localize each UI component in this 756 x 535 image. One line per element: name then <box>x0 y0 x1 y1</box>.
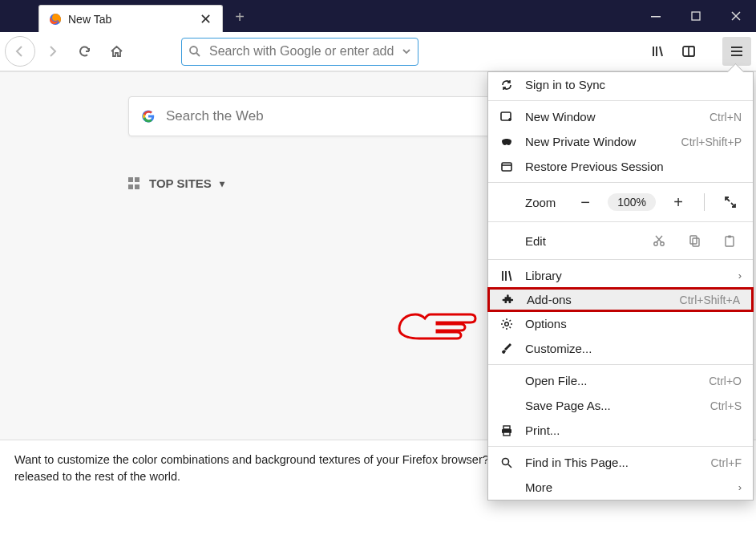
menu-restore-session[interactable]: Restore Previous Session <box>488 154 753 179</box>
paste-button[interactable] <box>718 229 742 253</box>
library-icon <box>499 270 514 282</box>
cut-button[interactable] <box>647 229 671 253</box>
svg-rect-11 <box>693 238 699 246</box>
url-input[interactable] <box>209 44 394 59</box>
tab-label: New Tab <box>68 13 192 26</box>
mask-icon <box>499 136 514 148</box>
svg-point-14 <box>505 322 509 326</box>
menu-library[interactable]: Library › <box>488 263 753 288</box>
menu-label: Save Page As... <box>525 399 699 412</box>
edit-label: Edit <box>525 234 636 248</box>
menu-label: Customize... <box>525 342 742 355</box>
svg-rect-17 <box>503 432 510 436</box>
svg-rect-1 <box>651 16 661 18</box>
zoom-in-button[interactable]: + <box>667 191 689 213</box>
menu-accel: Ctrl+Shift+P <box>681 136 742 148</box>
svg-rect-2 <box>692 12 700 20</box>
zoom-value: 100% <box>608 193 656 211</box>
menu-accel: Ctrl+S <box>710 399 742 412</box>
menu-label: New Private Window <box>525 135 670 148</box>
search-icon <box>188 45 201 58</box>
firefox-icon <box>49 13 62 26</box>
svg-rect-13 <box>728 236 731 238</box>
chevron-right-icon: › <box>738 270 742 282</box>
app-menu: Sign in to Sync New Window Ctrl+N New Pr… <box>487 71 754 501</box>
forward-button[interactable] <box>37 36 67 67</box>
menu-label: More <box>525 480 727 494</box>
back-button[interactable] <box>5 36 35 67</box>
url-bar[interactable] <box>181 38 418 66</box>
browser-tab[interactable]: New Tab ✕ <box>38 5 223 32</box>
puzzle-icon <box>501 294 515 306</box>
window-icon <box>499 111 514 124</box>
gear-icon <box>499 318 514 330</box>
menu-label: New Window <box>525 110 698 124</box>
pointer-annotation <box>395 297 483 345</box>
menu-more[interactable]: More › <box>488 475 753 500</box>
window-controls <box>636 0 756 32</box>
menu-label: Library <box>525 269 727 282</box>
svg-point-3 <box>190 47 197 54</box>
top-sites-label: TOP SITES <box>149 176 212 190</box>
sync-icon <box>499 79 514 91</box>
menu-label: Print... <box>525 424 742 437</box>
menu-find[interactable]: Find in This Page... Ctrl+F <box>488 450 753 475</box>
new-tab-button[interactable]: + <box>228 5 252 29</box>
svg-rect-7 <box>502 163 511 171</box>
menu-addons[interactable]: Add-ons Ctrl+Shift+A <box>487 287 754 312</box>
menu-open-file[interactable]: Open File... Ctrl+O <box>488 368 753 393</box>
copy-button[interactable] <box>682 229 706 253</box>
menu-label: Find in This Page... <box>525 456 700 469</box>
menu-options[interactable]: Options <box>488 311 753 336</box>
brush-icon <box>499 342 514 355</box>
menu-label: Add-ons <box>527 293 669 306</box>
grid-icon <box>128 177 141 190</box>
svg-point-9 <box>661 242 664 245</box>
menu-accel: Ctrl+Shift+A <box>680 294 740 306</box>
menu-accel: Ctrl+F <box>711 456 742 469</box>
chevron-right-icon: › <box>738 481 742 493</box>
svg-rect-10 <box>690 236 697 244</box>
home-button[interactable] <box>101 36 131 67</box>
sidebar-button[interactable] <box>674 37 703 66</box>
close-window-button[interactable] <box>716 0 756 32</box>
library-button[interactable] <box>644 37 673 66</box>
menu-accel: Ctrl+N <box>710 111 742 124</box>
svg-point-18 <box>503 458 509 464</box>
menu-label: Restore Previous Session <box>525 160 742 173</box>
menu-customize[interactable]: Customize... <box>488 336 753 361</box>
close-tab-icon[interactable]: ✕ <box>198 10 212 28</box>
restore-icon <box>499 160 514 173</box>
urlbar-dropdown-icon[interactable] <box>402 47 411 56</box>
svg-rect-15 <box>503 426 510 429</box>
reload-button[interactable] <box>69 36 99 67</box>
svg-rect-12 <box>726 237 734 246</box>
print-icon <box>499 424 514 437</box>
menu-save-page[interactable]: Save Page As... Ctrl+S <box>488 393 753 418</box>
zoom-out-button[interactable]: − <box>574 191 596 213</box>
menu-print[interactable]: Print... <box>488 418 753 443</box>
tab-strip: New Tab ✕ + <box>0 0 252 32</box>
menu-label: Open File... <box>525 374 697 387</box>
zoom-label: Zoom <box>525 196 563 209</box>
menu-accel: Ctrl+O <box>709 375 742 387</box>
menu-new-private-window[interactable]: New Private Window Ctrl+Shift+P <box>488 129 753 154</box>
toolbar <box>0 32 756 71</box>
titlebar: New Tab ✕ + <box>0 0 756 32</box>
google-icon <box>140 108 156 124</box>
menu-new-window[interactable]: New Window Ctrl+N <box>488 104 753 129</box>
chevron-down-icon[interactable]: ▾ <box>220 178 224 189</box>
fullscreen-button[interactable] <box>719 191 742 213</box>
menu-label: Options <box>525 317 742 330</box>
menu-edit-row: Edit <box>488 225 753 256</box>
maximize-button[interactable] <box>676 0 716 32</box>
app-menu-button[interactable] <box>722 37 751 66</box>
menu-label: Sign in to Sync <box>525 78 742 91</box>
minimize-button[interactable] <box>636 0 676 32</box>
search-icon <box>499 456 514 469</box>
svg-point-8 <box>654 242 657 245</box>
menu-zoom-row: Zoom − 100% + <box>488 186 753 218</box>
svg-rect-5 <box>689 47 694 56</box>
menu-sign-in[interactable]: Sign in to Sync <box>488 72 753 97</box>
